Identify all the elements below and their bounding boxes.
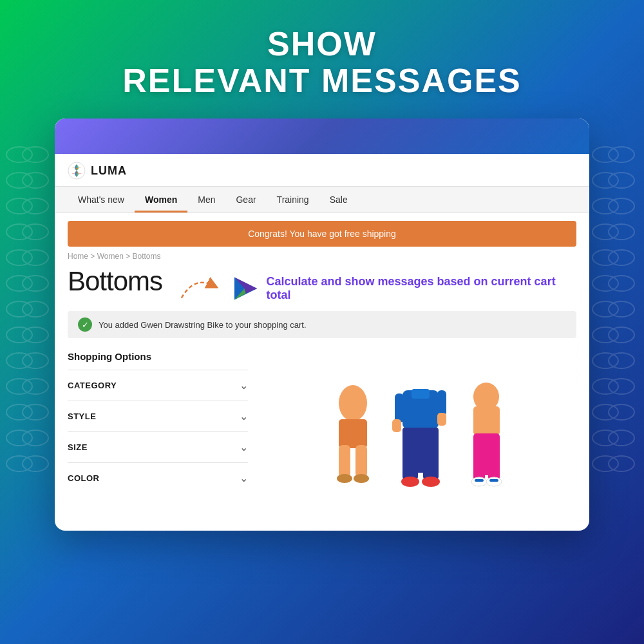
svg-rect-80: [475, 479, 484, 482]
nav-gear[interactable]: Gear: [225, 187, 266, 213]
svg-point-4: [6, 198, 32, 214]
luma-logo-icon: [68, 162, 86, 180]
svg-rect-77: [488, 455, 500, 480]
svg-point-50: [592, 456, 618, 471]
luma-header: LUMA: [55, 154, 589, 180]
success-message: ✓ You added Gwen Drawstring Bike to your…: [68, 311, 576, 338]
svg-point-29: [609, 173, 634, 188]
svg-point-7: [23, 224, 48, 240]
svg-point-51: [609, 456, 634, 471]
svg-point-72: [422, 477, 440, 487]
callout-area: Calculate and show messages based on cur…: [175, 272, 576, 305]
filter-size[interactable]: SIZE ⌄: [68, 431, 248, 462]
title-line1: SHOW: [267, 25, 377, 62]
svg-point-13: [23, 301, 48, 317]
svg-point-30: [592, 198, 618, 214]
filter-category-label: CATEGORY: [68, 381, 117, 390]
svg-point-5: [23, 198, 48, 214]
nav-sale[interactable]: Sale: [319, 187, 358, 213]
svg-point-9: [23, 250, 48, 265]
svg-point-27: [609, 147, 634, 162]
nav-whats-new[interactable]: What's new: [68, 187, 135, 213]
filter-category[interactable]: CATEGORY ⌄: [68, 370, 248, 401]
success-check-icon: ✓: [78, 317, 92, 332]
svg-point-2: [6, 173, 32, 188]
shipping-banner: Congrats! You have got free shipping: [68, 221, 576, 247]
svg-rect-74: [473, 406, 500, 435]
svg-point-19: [23, 379, 48, 394]
svg-point-43: [609, 353, 634, 368]
svg-rect-64: [395, 393, 404, 422]
svg-point-31: [609, 198, 634, 214]
svg-point-28: [592, 173, 618, 188]
filter-color[interactable]: COLOR ⌄: [68, 462, 248, 493]
sidebar-filters: Shopping Options CATEGORY ⌄ STYLE ⌄ SIZE…: [68, 351, 248, 493]
page-heading: Bottoms: [68, 266, 162, 297]
filter-size-chevron-icon: ⌄: [240, 441, 248, 453]
browser-topbar: [55, 118, 589, 154]
shopping-options-title: Shopping Options: [68, 351, 248, 362]
paper-plane-icon: [233, 276, 258, 301]
luma-logo-row: LUMA: [68, 162, 576, 180]
svg-point-0: [6, 147, 32, 162]
svg-point-32: [592, 224, 618, 240]
svg-point-23: [23, 430, 48, 446]
filter-style-label: STYLE: [68, 412, 96, 421]
svg-point-60: [337, 474, 352, 483]
svg-rect-66: [437, 390, 446, 416]
svg-point-24: [6, 456, 32, 471]
svg-point-38: [592, 301, 618, 317]
browser-card: LUMA What's new Women Men Gear Training …: [55, 118, 589, 531]
page-title-section: SHOW RELEVANT MESSAGES: [109, 0, 535, 118]
svg-point-44: [592, 379, 618, 394]
svg-point-41: [609, 327, 634, 343]
svg-point-15: [23, 327, 48, 343]
main-content: Shopping Options CATEGORY ⌄ STYLE ⌄ SIZE…: [55, 345, 589, 506]
product-images: [261, 351, 576, 493]
figure-navy-pants: [388, 377, 453, 493]
svg-point-35: [609, 250, 634, 265]
filter-category-chevron-icon: ⌄: [240, 379, 248, 392]
svg-point-40: [592, 327, 618, 343]
svg-point-39: [609, 301, 634, 317]
filter-style[interactable]: STYLE ⌄: [68, 401, 248, 431]
page-title: SHOW RELEVANT MESSAGES: [122, 26, 522, 99]
svg-point-36: [592, 276, 618, 291]
svg-point-47: [609, 404, 634, 420]
breadcrumb-text: Home > Women > Bottoms: [68, 252, 161, 261]
svg-point-33: [609, 224, 634, 240]
nav-men[interactable]: Men: [187, 187, 225, 213]
breadcrumb: Home > Women > Bottoms: [55, 247, 589, 266]
svg-rect-76: [473, 455, 485, 480]
svg-point-34: [592, 250, 618, 265]
svg-point-71: [401, 477, 419, 487]
nav-bar: What's new Women Men Gear Training Sale: [55, 186, 589, 213]
svg-rect-57: [339, 419, 367, 448]
svg-rect-58: [339, 445, 350, 477]
svg-point-14: [6, 327, 32, 343]
left-pattern-svg: [0, 129, 58, 515]
success-message-text: You added Gwen Drawstring Bike to your s…: [99, 320, 307, 330]
svg-point-48: [592, 430, 618, 446]
svg-point-20: [6, 404, 32, 420]
svg-point-26: [592, 147, 618, 162]
svg-point-21: [23, 404, 48, 420]
svg-point-17: [23, 353, 48, 368]
svg-point-25: [23, 456, 48, 471]
nav-women[interactable]: Women: [135, 187, 187, 213]
figure-pink-pants: [459, 381, 514, 493]
filter-color-label: COLOR: [68, 473, 99, 483]
svg-rect-59: [355, 445, 367, 477]
browser-content: LUMA What's new Women Men Gear Training …: [55, 154, 589, 506]
callout-text: Calculate and show messages based on cur…: [266, 275, 576, 303]
nav-training[interactable]: Training: [267, 187, 319, 213]
svg-point-3: [23, 173, 48, 188]
svg-point-46: [592, 404, 618, 420]
svg-point-45: [609, 379, 634, 394]
right-pattern-svg: [586, 129, 644, 515]
svg-point-42: [592, 353, 618, 368]
svg-point-37: [609, 276, 634, 291]
svg-rect-65: [392, 419, 401, 432]
filter-style-chevron-icon: ⌄: [240, 410, 248, 422]
svg-rect-63: [412, 389, 430, 399]
